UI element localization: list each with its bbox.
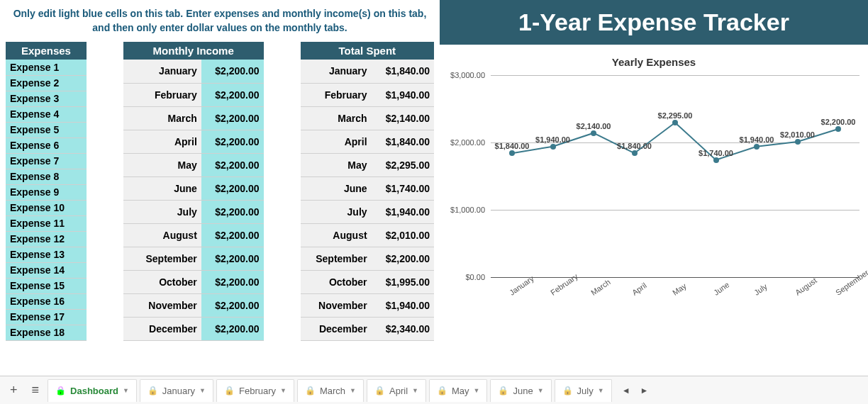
- income-value-cell[interactable]: $2,200.00: [201, 83, 264, 106]
- income-value-cell[interactable]: $2,200.00: [201, 106, 264, 130]
- sheet-tab-may[interactable]: 🔒May▼: [429, 379, 487, 402]
- expense-cell[interactable]: Expense 15: [6, 278, 87, 293]
- expense-cell[interactable]: Expense 7: [6, 153, 87, 169]
- chart-data-point: [632, 150, 638, 156]
- spent-month-cell: January: [301, 60, 372, 83]
- spent-value-cell: $2,200.00: [372, 247, 434, 270]
- expense-cell[interactable]: Expense 11: [6, 215, 87, 231]
- income-value-cell[interactable]: $2,200.00: [201, 317, 264, 340]
- sheet-tab-dashboard[interactable]: 🔒Dashboard▼: [48, 379, 137, 402]
- income-value-cell[interactable]: $2,200.00: [201, 130, 264, 153]
- lock-icon: 🔒: [224, 386, 235, 395]
- sheet-tab-april[interactable]: 🔒April▼: [367, 379, 426, 402]
- income-value-cell[interactable]: $2,200.00: [201, 270, 264, 293]
- chart-data-label: $2,295.00: [658, 111, 693, 120]
- sheet-tab-label: Dashboard: [70, 386, 118, 396]
- chevron-down-icon: ▼: [350, 387, 356, 394]
- spent-month-cell: April: [301, 130, 372, 153]
- spent-month-cell: May: [301, 153, 372, 176]
- lock-icon: 🔒: [437, 386, 447, 395]
- sheet-tab-label: March: [320, 386, 345, 396]
- spent-month-cell: September: [301, 247, 372, 270]
- spent-value-cell: $1,940.00: [372, 83, 434, 106]
- income-month-cell: May: [123, 153, 201, 176]
- expense-cell[interactable]: Expense 17: [6, 309, 87, 325]
- sheet-tab-label: July: [577, 386, 594, 396]
- expense-cell[interactable]: Expense 1: [6, 60, 87, 75]
- yearly-expenses-chart: Yearly Expenses $0.00$1,000.00$2,000.00$…: [440, 45, 868, 316]
- chart-data-point: [713, 157, 719, 163]
- income-month-cell: March: [123, 106, 201, 130]
- chevron-down-icon: ▼: [598, 387, 604, 394]
- sheet-tab-july[interactable]: 🔒July▼: [555, 379, 612, 402]
- expense-cell[interactable]: Expense 12: [6, 231, 87, 247]
- income-value-cell[interactable]: $2,200.00: [201, 223, 264, 247]
- lock-icon: 🔒: [305, 386, 316, 395]
- chart-y-tick: $2,000.00: [450, 138, 491, 147]
- sheet-tab-june[interactable]: 🔒June▼: [490, 379, 551, 402]
- spent-header: Total Spent: [301, 42, 434, 60]
- expense-cell[interactable]: Expense 14: [6, 262, 87, 278]
- income-month-cell: November: [123, 293, 201, 317]
- expense-cell[interactable]: Expense 3: [6, 91, 87, 106]
- income-value-cell[interactable]: $2,200.00: [201, 153, 264, 176]
- chart-y-tick: $0.00: [465, 273, 491, 281]
- chart-data-label: $1,940.00: [740, 135, 774, 144]
- scroll-tabs-left-button[interactable]: ◄: [618, 383, 635, 398]
- income-value-cell[interactable]: $2,200.00: [201, 176, 264, 200]
- sheet-tabs-bar: + ≡ 🔒Dashboard▼🔒January▼🔒February▼🔒March…: [0, 376, 868, 404]
- chart-data-point: [672, 120, 678, 125]
- chart-data-label: $1,940.00: [535, 135, 570, 144]
- chart-data-label: $1,840.00: [495, 142, 530, 151]
- lock-icon: 🔒: [55, 386, 66, 395]
- sheet-tab-label: February: [239, 386, 276, 396]
- lock-icon: 🔒: [498, 386, 508, 395]
- expense-cell[interactable]: Expense 9: [6, 184, 87, 200]
- income-month-cell: September: [123, 247, 201, 270]
- income-value-cell[interactable]: $2,200.00: [201, 200, 264, 223]
- chevron-down-icon: ▼: [412, 387, 418, 394]
- spent-value-cell: $1,840.00: [372, 60, 434, 83]
- spent-month-cell: February: [301, 83, 372, 106]
- income-value-cell[interactable]: $2,200.00: [201, 293, 264, 317]
- page-title: 1-Year Expense Tracker: [440, 0, 868, 45]
- income-month-cell: April: [123, 130, 201, 153]
- spent-value-cell: $2,010.00: [372, 223, 434, 247]
- add-sheet-button[interactable]: +: [4, 378, 23, 402]
- expense-cell[interactable]: Expense 8: [6, 169, 87, 184]
- spent-month-cell: March: [301, 106, 372, 130]
- expense-cell[interactable]: Expense 18: [6, 325, 87, 340]
- lock-icon: 🔒: [562, 386, 573, 395]
- spent-value-cell: $2,295.00: [372, 153, 434, 176]
- sheet-tab-label: June: [513, 386, 533, 396]
- chart-data-point: [550, 144, 556, 150]
- spent-value-cell: $1,740.00: [372, 176, 434, 200]
- expense-cell[interactable]: Expense 5: [6, 122, 87, 138]
- income-month-cell: December: [123, 317, 201, 340]
- chart-y-tick: $1,000.00: [450, 206, 491, 214]
- expense-cell[interactable]: Expense 10: [6, 200, 87, 215]
- chart-data-point: [591, 130, 596, 136]
- expense-cell[interactable]: Expense 13: [6, 247, 87, 262]
- spent-table: Total Spent January$1,840.00February$1,9…: [301, 42, 434, 341]
- income-month-cell: June: [123, 176, 201, 200]
- spent-value-cell: $2,140.00: [372, 106, 434, 130]
- all-sheets-button[interactable]: ≡: [26, 378, 45, 402]
- income-table: Monthly Income January$2,200.00February$…: [123, 42, 264, 341]
- sheet-tab-february[interactable]: 🔒February▼: [216, 379, 294, 402]
- income-month-cell: August: [123, 223, 201, 247]
- sheet-tab-march[interactable]: 🔒March▼: [297, 379, 364, 402]
- chart-data-label: $2,010.00: [780, 130, 815, 139]
- chevron-down-icon: ▼: [123, 387, 129, 394]
- expense-cell[interactable]: Expense 16: [6, 293, 87, 309]
- income-value-cell[interactable]: $2,200.00: [201, 247, 264, 270]
- expense-cell[interactable]: Expense 4: [6, 106, 87, 122]
- expense-cell[interactable]: Expense 2: [6, 75, 87, 91]
- income-value-cell[interactable]: $2,200.00: [201, 60, 264, 83]
- sheet-tab-january[interactable]: 🔒January▼: [140, 379, 213, 402]
- scroll-tabs-right-button[interactable]: ►: [636, 383, 653, 398]
- chart-data-point: [754, 144, 760, 150]
- expense-cell[interactable]: Expense 6: [6, 138, 87, 153]
- spent-value-cell: $2,340.00: [372, 317, 434, 340]
- chart-data-label: $2,200.00: [821, 118, 856, 126]
